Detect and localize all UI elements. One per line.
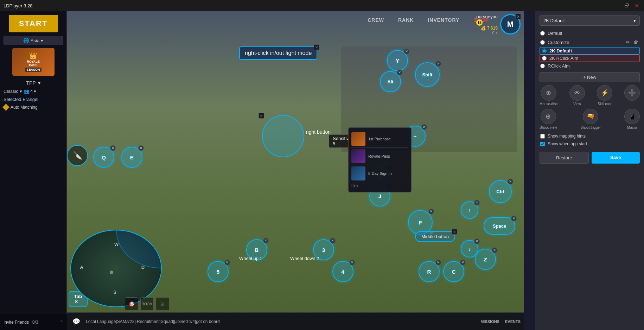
key-5-button[interactable]: 5 ✕ (208, 261, 229, 282)
key-ctrl-close[interactable]: ✕ (508, 179, 513, 184)
right-button-circle[interactable] (262, 115, 304, 157)
close-window-button[interactable]: ✕ (633, 3, 640, 8)
app-title: LDPlayer 3.28 (4, 3, 32, 8)
option-customize-radio[interactable] (540, 40, 545, 45)
purchase-item-royale: Royale Pass (351, 148, 408, 165)
key-down-close[interactable]: ✕ (474, 239, 480, 244)
right-btn-close[interactable]: ✕ (259, 113, 264, 119)
key-q-close[interactable]: ✕ (110, 145, 116, 151)
middle-btn-close[interactable]: ✕ (452, 229, 457, 235)
key-shift-close[interactable]: ✕ (435, 61, 441, 66)
key-r-close[interactable]: ✕ (435, 260, 441, 265)
knife-tool-button[interactable]: 🔪 (67, 145, 88, 166)
start-button[interactable]: START (9, 15, 58, 32)
add-overlay-btn[interactable]: ➕ (624, 85, 640, 106)
rank-nav[interactable]: RANK (398, 17, 414, 23)
key-b-close[interactable]: ✕ (263, 238, 269, 243)
team-size-selector[interactable]: 👥 4 ▾ (24, 89, 36, 94)
restore-window-button[interactable]: 🗗 (623, 3, 631, 8)
invite-bar: Invite Friends 0/3 ⌃ (0, 314, 67, 330)
option-2k-rclick-radio[interactable] (542, 56, 547, 61)
profile-dropdown[interactable]: 2K Default ▾ (540, 15, 640, 26)
target-icon[interactable]: 🎯 (125, 297, 138, 311)
key-q-button[interactable]: Q ✕ (93, 147, 114, 168)
purchase-icon-1 (351, 132, 365, 146)
save-button[interactable]: Save (592, 152, 640, 164)
key-5-close[interactable]: ✕ (224, 260, 230, 265)
key-e-button[interactable]: E ✕ (121, 147, 142, 168)
left-panel: START 🌐 Asia ▾ 👑 ROYALEPASS SEASON TPP ▾… (0, 11, 67, 330)
mouse-disc-btn[interactable]: ⊕ Mouse-disc (540, 85, 557, 106)
key-f-close[interactable]: ✕ (428, 209, 434, 214)
delete-icon[interactable]: 🗑 (633, 39, 639, 46)
view-btn[interactable]: 👁 View (569, 85, 585, 106)
key-tab-close[interactable]: ✕ (74, 299, 82, 304)
inventory-nav[interactable]: INVENTORY (428, 17, 459, 23)
player-stats: pursueyou 15 💰 7,619 0 + (476, 14, 498, 35)
profile-close[interactable]: ✕ (515, 14, 521, 19)
key-3-close[interactable]: ✕ (330, 238, 336, 243)
dropdown-chevron: ▾ (633, 18, 636, 23)
restore-save-row: Restore Save (540, 152, 640, 164)
key-y-button[interactable]: Y ✕ (387, 50, 408, 71)
map-overlay (116, 230, 161, 268)
shoot-view-btn[interactable]: ⊕ Shoot-view (540, 109, 557, 129)
skill-cast-btn[interactable]: ⚡ Skill cast (597, 85, 612, 106)
show-when-app-start-checkbox[interactable] (540, 142, 545, 146)
new-profile-button[interactable]: + New (540, 72, 640, 82)
option-2k-default: 2K Default (540, 47, 640, 55)
purchase-item-link: Link (351, 182, 408, 189)
macro-btn[interactable]: 📱 Macro (624, 109, 640, 129)
key-alt-close[interactable]: ✕ (397, 70, 402, 75)
key-c-button[interactable]: C ✕ (443, 261, 464, 282)
key-shift-button[interactable]: Shift ✕ (415, 62, 440, 87)
key-space-close[interactable]: ✕ (511, 216, 517, 221)
profile-m-button[interactable]: M ✕ (500, 14, 521, 34)
tpp-chevron: ▾ (38, 80, 40, 86)
key-4-close[interactable]: ✕ (349, 260, 355, 265)
key-y-close[interactable]: ✕ (404, 49, 409, 54)
room-icon[interactable]: ROOM (140, 297, 154, 311)
title-bar: LDPlayer 3.28 🗗 ✕ (0, 0, 644, 11)
key-ctrl-button[interactable]: Ctrl ✕ (489, 180, 512, 203)
armory-icon[interactable]: ⚔ (156, 297, 169, 311)
key-z-close[interactable]: ✕ (492, 247, 497, 253)
region-chevron: ▾ (41, 38, 43, 43)
option-2k-default-radio[interactable] (542, 49, 547, 53)
missions-label[interactable]: MISSIONS (480, 319, 499, 324)
edit-icon[interactable]: ✏ (625, 39, 631, 46)
option-default-radio[interactable] (540, 31, 545, 36)
key-down-button[interactable]: ↓ ✕ (461, 240, 478, 258)
invite-count: 0/3 (32, 320, 38, 325)
restore-button[interactable]: Restore (540, 152, 589, 164)
region-selector[interactable]: 🌐 Asia ▾ (4, 36, 63, 45)
key-tilde-close[interactable]: ✕ (421, 124, 427, 130)
tpp-selector[interactable]: TPP ▾ (0, 79, 66, 87)
crew-nav[interactable]: CREW (368, 17, 384, 23)
key-c-close[interactable]: ✕ (460, 260, 466, 265)
wheel-down-label: Wheel down 2 (290, 256, 319, 261)
skill-cast-icon: ⚡ (597, 85, 612, 101)
macro-icon: 📱 (624, 109, 640, 124)
chat-icon[interactable]: 💬 (70, 317, 82, 326)
purchase-popup: 1st Purchase Royale Pass 8-Day Sign-in L… (348, 127, 412, 192)
events-label[interactable]: EVENTS (505, 319, 521, 324)
royale-pass-widget[interactable]: 👑 ROYALEPASS SEASON (12, 48, 55, 76)
purchase-icon-2 (351, 149, 365, 163)
key-up-button[interactable]: ↑ ✕ (461, 201, 478, 219)
key-r-button[interactable]: R ✕ (419, 261, 440, 282)
key-alt-button[interactable]: Alt ✕ (380, 71, 401, 92)
show-mapping-hints-checkbox[interactable] (540, 134, 545, 139)
classic-label: Classic (4, 89, 18, 94)
key-space-button[interactable]: Space ✕ (484, 217, 515, 235)
key-e-close[interactable]: ✕ (138, 145, 144, 151)
shoot-trigger-btn[interactable]: 🔫 Shoot-trigger (580, 109, 601, 129)
option-rclick-aim-radio[interactable] (540, 64, 545, 68)
key-up-close[interactable]: ✕ (474, 200, 480, 205)
tooltip-close[interactable]: ✕ (314, 44, 319, 50)
key-z-button[interactable]: Z ✕ (475, 249, 496, 270)
auto-matching: Auto Matching (0, 103, 66, 111)
key-4-button[interactable]: 4 ✕ (332, 261, 353, 282)
invite-chevron[interactable]: ⌃ (60, 320, 63, 325)
view-icon: 👁 (569, 85, 585, 101)
